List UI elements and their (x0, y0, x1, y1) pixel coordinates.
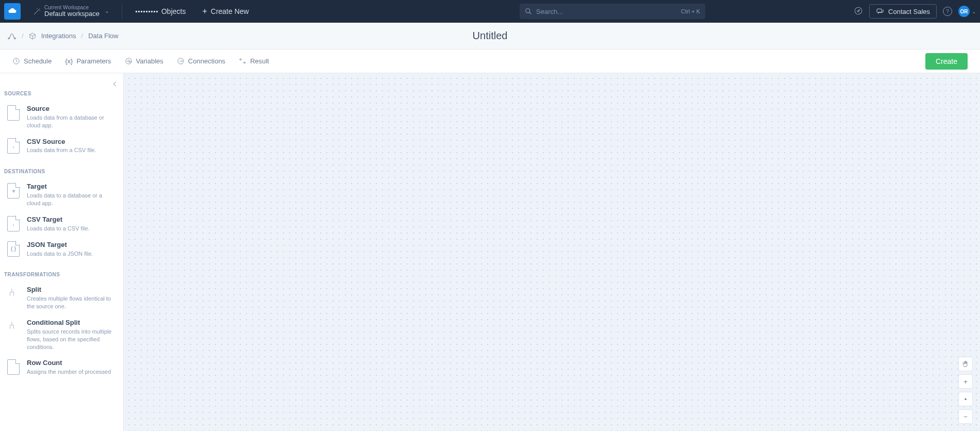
component-item[interactable]: ,CSV SourceLoads data from a CSV file. (4, 134, 119, 159)
component-title: Conditional Split (27, 319, 117, 327)
component-item[interactable]: Row CountAssigns the number of processed (4, 355, 119, 380)
clock-icon (12, 57, 20, 65)
breadcrumb-integrations[interactable]: Integrations (41, 32, 76, 40)
component-icon: { } (6, 241, 21, 257)
sidebar-section-heading: DESTINATIONS (4, 158, 119, 178)
component-desc: Creates multiple flows identical to the … (27, 295, 117, 310)
objects-label: Objects (161, 7, 186, 15)
component-item[interactable]: { }JSON TargetLoads data to a JSON file. (4, 237, 119, 262)
cloud-icon (8, 7, 17, 16)
config-tab-bar: Schedule {x} Parameters Variables Connec… (0, 49, 980, 73)
pan-tool-button[interactable] (958, 357, 973, 371)
top-navbar: Current Workspace Default workspace ⌄ Ob… (0, 0, 980, 23)
component-title: Source (27, 105, 117, 113)
chevron-down-icon: ⌄ (105, 8, 109, 14)
component-title: Target (27, 183, 117, 191)
flow-icon[interactable] (7, 31, 16, 41)
breadcrumb-data-flow[interactable]: Data Flow (88, 32, 119, 40)
sidebar-section: SOURCESSourceLoads data from a database … (0, 73, 123, 158)
component-icon (6, 319, 21, 335)
contact-sales-label: Contact Sales (888, 8, 930, 15)
svg-point-2 (855, 7, 862, 14)
component-item[interactable]: Conditional SplitSplits source records i… (4, 314, 119, 355)
sidebar-section-heading: SOURCES (4, 73, 119, 101)
breadcrumb-bar: / Integrations / Data Flow Untitled (0, 23, 980, 49)
chevron-down-icon: ⌄ (972, 9, 976, 14)
workspace-selector[interactable]: Current Workspace Default workspace ⌄ (28, 5, 114, 18)
wand-icon (33, 7, 41, 15)
component-item[interactable]: SourceLoads data from a database or clou… (4, 101, 119, 134)
help-button[interactable]: ? (943, 7, 952, 16)
search-input[interactable] (536, 8, 677, 15)
component-title: Split (27, 286, 117, 294)
component-icon (6, 359, 21, 375)
svg-line-1 (529, 12, 531, 14)
chat-icon (876, 7, 884, 15)
sidebar-section: DESTINATIONS▾TargetLoads data to a datab… (0, 158, 123, 261)
sidebar-collapse-button[interactable] (110, 78, 120, 91)
grid-icon (136, 11, 158, 12)
plus-icon: + (202, 7, 207, 16)
page-title[interactable]: Untitled (473, 30, 508, 42)
connection-icon (177, 57, 185, 65)
component-desc: Loads data to a JSON file. (27, 250, 117, 258)
contact-sales-button[interactable]: Contact Sales (869, 4, 937, 19)
sidebar-section-heading: TRANSFORMATIONS (4, 261, 119, 281)
compass-icon[interactable] (854, 6, 863, 17)
tab-schedule[interactable]: Schedule (12, 57, 52, 65)
tab-connections[interactable]: Connections (177, 57, 225, 65)
at-icon (125, 57, 132, 65)
component-title: CSV Source (27, 138, 117, 146)
create-new-label: Create New (211, 7, 249, 15)
parentheses-icon: {x} (65, 57, 73, 65)
components-sidebar: SOURCESSourceLoads data from a database … (0, 73, 124, 431)
component-desc: Loads data from a CSV file. (27, 146, 117, 154)
zoom-in-button[interactable]: + (958, 374, 973, 389)
component-title: CSV Target (27, 216, 117, 224)
component-desc: Assigns the number of processed (27, 368, 117, 376)
main-area: SOURCESSourceLoads data from a database … (0, 73, 980, 431)
component-desc: Loads data to a database or a cloud app. (27, 192, 117, 207)
breadcrumb: / Integrations / Data Flow (7, 31, 119, 41)
component-icon (6, 286, 21, 302)
component-icon (6, 105, 21, 121)
objects-nav-button[interactable]: Objects (129, 0, 192, 23)
component-item[interactable]: ▾TargetLoads data to a database or a clo… (4, 178, 119, 211)
svg-point-8 (127, 60, 129, 62)
box-icon (29, 32, 36, 40)
zoom-out-button[interactable]: − (958, 409, 973, 424)
tab-parameters[interactable]: {x} Parameters (65, 57, 111, 65)
svg-rect-3 (877, 9, 882, 12)
hand-icon (962, 360, 969, 368)
workspace-name: Default workspace (44, 10, 99, 18)
component-item[interactable]: SplitCreates multiple flows identical to… (4, 281, 119, 314)
component-desc: Splits source records into multiple flow… (27, 328, 117, 351)
component-item[interactable]: ,CSV TargetLoads data to a CSV file. (4, 211, 119, 237)
component-icon: , (6, 138, 21, 154)
tab-variables[interactable]: Variables (125, 57, 163, 65)
chevron-left-icon (112, 81, 118, 87)
create-button[interactable]: Create (925, 53, 968, 70)
create-new-nav-button[interactable]: + Create New (196, 0, 255, 23)
search-icon (525, 8, 532, 15)
tab-result[interactable]: Result (239, 57, 269, 65)
search-shortcut: Ctrl + K (681, 8, 700, 14)
component-title: Row Count (27, 359, 117, 368)
divider (122, 4, 122, 19)
result-icon (239, 57, 246, 65)
app-logo[interactable] (4, 3, 21, 20)
zoom-reset-button[interactable] (958, 392, 973, 406)
component-desc: Loads data to a CSV file. (27, 225, 117, 233)
component-icon: ▾ (6, 183, 21, 199)
svg-point-0 (526, 9, 530, 13)
global-search[interactable]: Ctrl + K (520, 4, 705, 19)
flow-canvas[interactable]: + − (124, 73, 980, 431)
canvas-toolbar: + − (958, 357, 973, 424)
sidebar-section: TRANSFORMATIONSSplitCreates multiple flo… (0, 261, 123, 380)
user-menu[interactable]: OR ⌄ (958, 6, 976, 17)
component-desc: Loads data from a database or cloud app. (27, 114, 117, 129)
component-icon: , (6, 216, 21, 232)
component-title: JSON Target (27, 241, 117, 250)
avatar: OR (958, 6, 970, 17)
